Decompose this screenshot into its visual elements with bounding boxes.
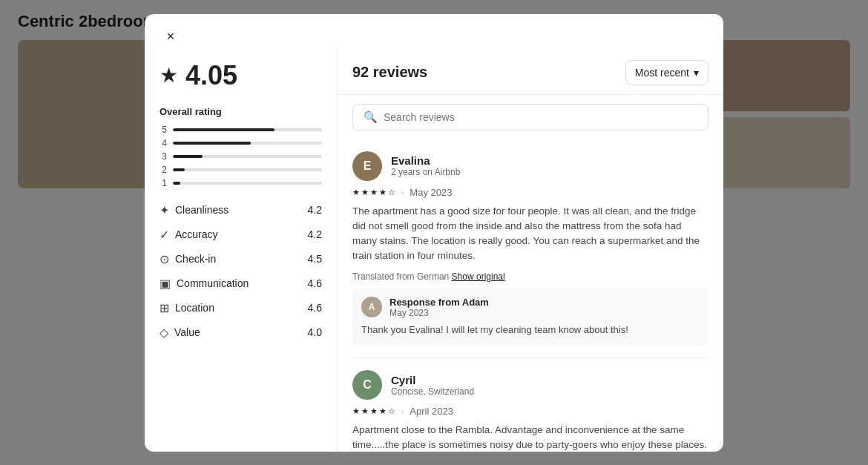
cat-left: ✦ Cleanliness: [160, 203, 228, 217]
review-date: May 2023: [410, 187, 452, 198]
translated-line: Translated from German Show original: [352, 271, 708, 282]
star: ★: [370, 406, 378, 416]
rating-bar-row: 5: [160, 125, 322, 135]
reviewer-name: Cyril: [391, 374, 474, 386]
review-meta: ★★★★☆ · May 2023: [352, 187, 708, 198]
cat-left: ◇ Value: [160, 326, 200, 340]
reviews-list: E Evalina 2 years on Airbnb ★★★★☆ · May …: [338, 139, 723, 452]
category-row-check-in: ⊙ Check-in 4.5: [160, 252, 322, 266]
category-icon: ✦: [160, 203, 169, 217]
left-panel: ★ 4.05 Overall rating 5 4 3 2 1: [145, 48, 338, 452]
bar-fill: [173, 155, 203, 158]
category-row-value: ◇ Value 4.0: [160, 326, 322, 340]
review-item: C Cyril Concise, Switzerland ★★★★☆ · Apr…: [352, 358, 708, 452]
overall-label: Overall rating: [160, 106, 322, 117]
show-original-link[interactable]: Show original: [452, 271, 505, 282]
category-label: Cleanliness: [175, 204, 228, 216]
rating-bars: 5 4 3 2 1: [160, 125, 322, 188]
bar-fill: [173, 142, 251, 145]
review-text: Apartment close to the Rambla. Advantage…: [352, 423, 708, 452]
modal-body: ★ 4.05 Overall rating 5 4 3 2 1: [145, 48, 723, 452]
reviewer-row: C Cyril Concise, Switzerland: [352, 370, 708, 400]
category-label: Value: [174, 326, 200, 338]
reviewer-name: Evalina: [391, 154, 460, 167]
cat-left: ⊙ Check-in: [160, 252, 216, 266]
star: ★: [352, 188, 360, 197]
category-row-cleanliness: ✦ Cleanliness 4.2: [160, 203, 322, 217]
search-input[interactable]: [384, 111, 697, 123]
star: ★: [352, 406, 360, 416]
bar-label: 5: [160, 125, 167, 135]
rating-bar-row: 1: [160, 178, 322, 188]
response-text: Thank you Evalina! I will let my cleanin…: [361, 323, 700, 337]
rating-bar-row: 3: [160, 151, 322, 162]
modal-header: ×: [145, 14, 723, 48]
close-button[interactable]: ×: [160, 26, 182, 48]
star: ★: [379, 406, 387, 416]
category-score: 4.2: [308, 228, 322, 240]
reviewer-info: Cyril Concise, Switzerland: [391, 374, 474, 397]
category-rows: ✦ Cleanliness 4.2 ✓ Accuracy 4.2 ⊙ Check…: [160, 203, 322, 340]
star: ★: [361, 188, 369, 197]
modal-overlay: × ★ 4.05 Overall rating 5 4 3: [0, 0, 868, 465]
search-icon: 🔍: [364, 111, 378, 124]
translated-from-label: Translated from German: [352, 271, 452, 282]
review-dot: ·: [401, 406, 404, 417]
category-label: Accuracy: [175, 228, 218, 240]
reviews-modal: × ★ 4.05 Overall rating 5 4 3: [145, 14, 723, 452]
review-stars: ★★★★☆: [352, 406, 395, 416]
category-icon: ▣: [160, 277, 171, 291]
search-bar: 🔍: [352, 104, 708, 131]
bar-track: [173, 168, 322, 171]
bar-fill: [173, 168, 185, 171]
category-label: Check-in: [175, 253, 216, 265]
category-score: 4.6: [308, 277, 322, 289]
category-label: Location: [175, 302, 214, 314]
bar-label: 2: [160, 165, 167, 175]
category-score: 4.5: [308, 253, 322, 265]
bar-label: 1: [160, 178, 167, 188]
category-row-accuracy: ✓ Accuracy 4.2: [160, 228, 322, 242]
cat-left: ⊞ Location: [160, 301, 214, 315]
response-from-label: Response from Adam: [389, 297, 489, 308]
star: ☆: [388, 188, 395, 197]
right-panel: 92 reviews Most recent ▾ 🔍 E Evalina 2 y…: [338, 48, 723, 452]
bar-track: [173, 155, 322, 158]
star: ★: [370, 188, 378, 197]
response-date: May 2023: [389, 308, 489, 318]
reviewer-row: E Evalina 2 years on Airbnb: [352, 151, 708, 181]
sort-dropdown[interactable]: Most recent ▾: [625, 60, 708, 85]
category-icon: ⊞: [160, 301, 169, 315]
host-response: A Response from Adam May 2023 Thank you …: [352, 288, 708, 346]
category-score: 4.6: [308, 302, 322, 314]
star-icon: ★: [160, 63, 178, 88]
bar-label: 3: [160, 151, 167, 162]
bar-fill: [173, 128, 274, 131]
star: ★: [361, 406, 369, 416]
category-icon: ◇: [160, 326, 168, 340]
rating-bar-row: 4: [160, 138, 322, 148]
category-icon: ⊙: [160, 252, 169, 266]
chevron-down-icon: ▾: [694, 67, 699, 79]
review-item: E Evalina 2 years on Airbnb ★★★★☆ · May …: [352, 139, 708, 359]
bar-track: [173, 128, 322, 131]
category-row-communication: ▣ Communication 4.6: [160, 277, 322, 291]
review-text: The apartment has a good size for four p…: [352, 204, 708, 264]
category-label: Communication: [177, 277, 249, 289]
rating-bar-row: 2: [160, 165, 322, 175]
bar-track: [173, 182, 322, 185]
category-score: 4.2: [308, 204, 322, 216]
response-name-date: Response from Adam May 2023: [389, 297, 489, 318]
right-top: 92 reviews Most recent ▾: [338, 48, 723, 95]
reviewer-sub: Concise, Switzerland: [391, 386, 474, 397]
review-stars: ★★★★☆: [352, 188, 395, 197]
reviewer-sub: 2 years on Airbnb: [391, 167, 460, 177]
bar-label: 4: [160, 138, 167, 148]
reviewer-avatar: C: [352, 370, 382, 400]
review-dot: ·: [401, 187, 404, 197]
category-score: 4.0: [308, 326, 322, 338]
reviews-count: 92 reviews: [352, 64, 427, 81]
host-avatar: A: [361, 297, 382, 317]
star: ☆: [388, 406, 395, 416]
review-date: April 2023: [410, 406, 453, 417]
